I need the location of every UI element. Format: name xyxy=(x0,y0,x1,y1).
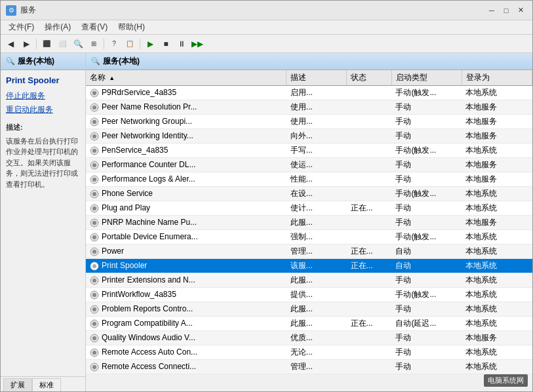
service-login-cell: 本地服务 xyxy=(462,115,532,129)
toolbar-btn-2[interactable]: ⬜ xyxy=(55,37,69,51)
col-name[interactable]: 名称 ▲ xyxy=(86,70,286,86)
service-name-cell: Print Spooler xyxy=(86,259,286,273)
content-area: 🔍 服务(本地) Print Spooler 停止此服务 重启动此服务 描述: … xyxy=(1,53,532,391)
menu-file[interactable]: 文件(F) xyxy=(3,20,39,34)
minimize-button[interactable]: ─ xyxy=(485,4,498,17)
service-startup-cell: 手动 xyxy=(391,273,462,288)
service-startup-cell: 手动 xyxy=(391,115,462,129)
table-row[interactable]: PrintWorkflow_4a835提供...手动(触发...本地系统 xyxy=(86,288,532,302)
close-button[interactable]: ✕ xyxy=(514,4,527,17)
pause-button[interactable]: ⏸ xyxy=(174,37,189,51)
table-row[interactable]: Power管理...正在...自动本地系统 xyxy=(86,245,532,259)
service-login-cell: 本地服务 xyxy=(462,158,532,172)
service-desc-cell: 使计... xyxy=(286,201,347,216)
maximize-button[interactable]: □ xyxy=(500,4,513,17)
services-list: 名称 ▲ 描述 状态 启动类型 登录为 P9RdrService_4a835启用… xyxy=(86,70,532,374)
table-row[interactable]: Peer Networking Groupi...使用...手动本地服务 xyxy=(86,115,532,129)
service-name-cell: Peer Name Resolution Pr... xyxy=(86,100,286,115)
play-button[interactable]: ▶ xyxy=(143,37,157,51)
service-icon xyxy=(90,175,99,184)
service-name-cell: Problem Reports Contro... xyxy=(86,302,286,317)
restart-service-link[interactable]: 重启动此服务 xyxy=(6,104,80,115)
window-icon: ⚙ xyxy=(6,5,16,16)
svg-point-5 xyxy=(92,120,96,124)
service-desc-cell: 管理... xyxy=(286,245,347,259)
table-row[interactable]: Print Spooler该服...正在...自动本地系统 xyxy=(86,259,532,273)
service-startup-cell: 手动(触发... xyxy=(391,187,462,201)
service-icon xyxy=(90,132,99,141)
toolbar-btn-4[interactable]: ⊞ xyxy=(87,37,101,51)
menu-help[interactable]: 帮助(H) xyxy=(113,20,150,34)
service-startup-cell: 手动 xyxy=(391,100,462,115)
service-table[interactable]: 名称 ▲ 描述 状态 启动类型 登录为 P9RdrService_4a835启用… xyxy=(86,70,532,391)
service-icon xyxy=(90,334,99,343)
service-name-cell: Performance Logs & Aler... xyxy=(86,172,286,187)
svg-point-3 xyxy=(92,106,96,109)
service-status-cell xyxy=(347,230,392,245)
menu-action[interactable]: 操作(A) xyxy=(39,20,76,34)
service-status-cell: 正在... xyxy=(347,201,392,216)
table-row[interactable]: Performance Logs & Aler...性能...手动本地服务 xyxy=(86,172,532,187)
menu-view[interactable]: 查看(V) xyxy=(76,20,113,34)
service-desc-cell: 在设... xyxy=(286,187,347,201)
col-startup[interactable]: 启动类型 xyxy=(391,70,462,86)
service-startup-cell: 手动(触发... xyxy=(391,86,462,100)
svg-point-17 xyxy=(92,206,96,210)
service-name-cell: PenService_4a835 xyxy=(86,144,286,158)
table-row[interactable]: Phone Service在设...手动(触发...本地系统 xyxy=(86,187,532,201)
tab-extend[interactable]: 扩展 xyxy=(3,378,32,391)
stop-button[interactable]: ■ xyxy=(159,37,173,51)
table-row[interactable]: Remote Access Connecti...管理...手动本地系统 xyxy=(86,360,532,374)
service-login-cell: 本地服务 xyxy=(462,129,532,144)
service-icon xyxy=(90,218,99,227)
back-button[interactable]: ◀ xyxy=(3,37,18,51)
restart-button[interactable]: ▶▶ xyxy=(190,37,205,51)
table-row[interactable]: P9RdrService_4a835启用...手动(触发...本地系统 xyxy=(86,86,532,100)
table-row[interactable]: Problem Reports Contro...此服...手动本地系统 xyxy=(86,302,532,317)
stop-service-link[interactable]: 停止此服务 xyxy=(6,90,80,102)
window-title: 服务 xyxy=(20,5,36,16)
table-row[interactable]: Performance Counter DL...使运...手动本地服务 xyxy=(86,158,532,172)
menu-bar: 文件(F) 操作(A) 查看(V) 帮助(H) xyxy=(1,20,532,35)
selected-service-name: Print Spooler xyxy=(6,75,80,85)
services-tbody: P9RdrService_4a835启用...手动(触发...本地系统 Peer… xyxy=(86,86,532,374)
col-status[interactable]: 状态 xyxy=(347,70,392,86)
separator-2 xyxy=(104,39,104,49)
service-startup-cell: 自动 xyxy=(391,259,462,273)
forward-button[interactable]: ▶ xyxy=(19,37,33,51)
table-row[interactable]: Portable Device Enumera...强制...手动(触发...本… xyxy=(86,230,532,245)
service-startup-cell: 手动 xyxy=(391,201,462,216)
desc-text: 该服务在后台执行打印作业并处理与打印机的交互。如果关闭该服务，则无法进行打印或查… xyxy=(6,136,80,190)
svg-point-11 xyxy=(92,163,96,167)
table-row[interactable]: Remote Access Auto Con...无论...手动本地系统 xyxy=(86,345,532,360)
col-desc[interactable]: 描述 xyxy=(286,70,347,86)
table-row[interactable]: PenService_4a835手写...手动(触发...本地系统 xyxy=(86,144,532,158)
table-row[interactable]: Printer Extensions and N...此服...手动本地系统 xyxy=(86,273,532,288)
service-icon xyxy=(90,233,99,242)
service-icon xyxy=(90,117,99,127)
toolbar-btn-5[interactable]: ? xyxy=(107,37,121,51)
sort-arrow: ▲ xyxy=(109,75,115,81)
svg-point-31 xyxy=(92,307,96,311)
service-icon xyxy=(90,276,99,285)
toolbar-btn-3[interactable]: 🔍 xyxy=(71,37,85,51)
service-startup-cell: 手动 xyxy=(391,345,462,360)
table-row[interactable]: Quality Windows Audio V...优质...手动本地服务 xyxy=(86,331,532,345)
table-row[interactable]: Program Compatibility A...此服...正在...自动(延… xyxy=(86,317,532,331)
col-login[interactable]: 登录为 xyxy=(462,70,532,86)
service-status-cell xyxy=(347,187,392,201)
service-status-cell xyxy=(347,216,392,230)
service-status-cell xyxy=(347,273,392,288)
service-icon xyxy=(90,204,99,213)
table-row[interactable]: Peer Networking Identity...向外...手动本地服务 xyxy=(86,129,532,144)
bottom-tabs: 扩展 标准 xyxy=(1,376,85,391)
service-startup-cell: 手动 xyxy=(391,360,462,374)
service-icon xyxy=(90,247,99,256)
table-row[interactable]: Plug and Play使计...正在...手动本地系统 xyxy=(86,201,532,216)
toolbar-btn-6[interactable]: 📋 xyxy=(123,37,137,51)
tab-standard[interactable]: 标准 xyxy=(32,378,61,391)
table-row[interactable]: Peer Name Resolution Pr...使用...手动本地服务 xyxy=(86,100,532,115)
toolbar-btn-1[interactable]: ⬛ xyxy=(39,37,54,51)
table-row[interactable]: PNRP Machine Name Pu...此服...手动本地服务 xyxy=(86,216,532,230)
service-startup-cell: 手动(触发... xyxy=(391,144,462,158)
